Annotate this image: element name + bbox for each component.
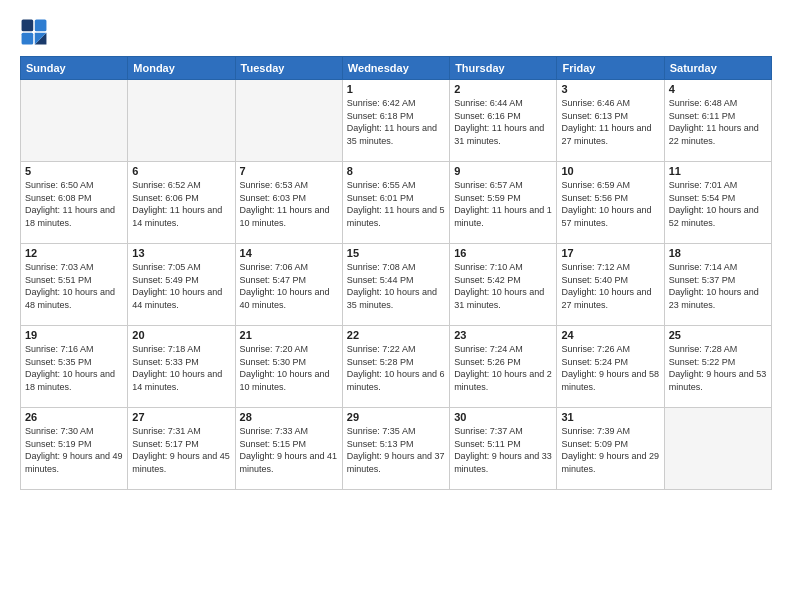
day-info: Sunrise: 6:52 AM Sunset: 6:06 PM Dayligh… [132, 179, 230, 229]
day-number: 27 [132, 411, 230, 423]
calendar-header-wednesday: Wednesday [342, 57, 449, 80]
day-info: Sunrise: 7:31 AM Sunset: 5:17 PM Dayligh… [132, 425, 230, 475]
day-number: 13 [132, 247, 230, 259]
calendar: SundayMondayTuesdayWednesdayThursdayFrid… [20, 56, 772, 490]
day-info: Sunrise: 7:01 AM Sunset: 5:54 PM Dayligh… [669, 179, 767, 229]
calendar-cell [21, 80, 128, 162]
day-number: 6 [132, 165, 230, 177]
day-number: 4 [669, 83, 767, 95]
day-number: 5 [25, 165, 123, 177]
day-info: Sunrise: 6:46 AM Sunset: 6:13 PM Dayligh… [561, 97, 659, 147]
calendar-cell: 18Sunrise: 7:14 AM Sunset: 5:37 PM Dayli… [664, 244, 771, 326]
day-number: 23 [454, 329, 552, 341]
day-number: 15 [347, 247, 445, 259]
day-info: Sunrise: 7:12 AM Sunset: 5:40 PM Dayligh… [561, 261, 659, 311]
calendar-header-tuesday: Tuesday [235, 57, 342, 80]
day-info: Sunrise: 7:28 AM Sunset: 5:22 PM Dayligh… [669, 343, 767, 393]
calendar-cell: 9Sunrise: 6:57 AM Sunset: 5:59 PM Daylig… [450, 162, 557, 244]
day-info: Sunrise: 7:18 AM Sunset: 5:33 PM Dayligh… [132, 343, 230, 393]
calendar-header-friday: Friday [557, 57, 664, 80]
calendar-cell [128, 80, 235, 162]
calendar-cell: 24Sunrise: 7:26 AM Sunset: 5:24 PM Dayli… [557, 326, 664, 408]
calendar-cell: 3Sunrise: 6:46 AM Sunset: 6:13 PM Daylig… [557, 80, 664, 162]
calendar-cell: 10Sunrise: 6:59 AM Sunset: 5:56 PM Dayli… [557, 162, 664, 244]
calendar-cell: 15Sunrise: 7:08 AM Sunset: 5:44 PM Dayli… [342, 244, 449, 326]
calendar-cell [664, 408, 771, 490]
day-number: 31 [561, 411, 659, 423]
day-info: Sunrise: 7:22 AM Sunset: 5:28 PM Dayligh… [347, 343, 445, 393]
calendar-header-saturday: Saturday [664, 57, 771, 80]
calendar-cell: 2Sunrise: 6:44 AM Sunset: 6:16 PM Daylig… [450, 80, 557, 162]
calendar-cell: 22Sunrise: 7:22 AM Sunset: 5:28 PM Dayli… [342, 326, 449, 408]
day-info: Sunrise: 7:37 AM Sunset: 5:11 PM Dayligh… [454, 425, 552, 475]
calendar-header-row: SundayMondayTuesdayWednesdayThursdayFrid… [21, 57, 772, 80]
svg-rect-0 [22, 20, 34, 32]
day-number: 24 [561, 329, 659, 341]
day-number: 9 [454, 165, 552, 177]
calendar-week-row: 1Sunrise: 6:42 AM Sunset: 6:18 PM Daylig… [21, 80, 772, 162]
calendar-cell: 17Sunrise: 7:12 AM Sunset: 5:40 PM Dayli… [557, 244, 664, 326]
day-info: Sunrise: 6:57 AM Sunset: 5:59 PM Dayligh… [454, 179, 552, 229]
day-info: Sunrise: 6:44 AM Sunset: 6:16 PM Dayligh… [454, 97, 552, 147]
day-number: 22 [347, 329, 445, 341]
day-info: Sunrise: 7:20 AM Sunset: 5:30 PM Dayligh… [240, 343, 338, 393]
calendar-cell: 27Sunrise: 7:31 AM Sunset: 5:17 PM Dayli… [128, 408, 235, 490]
day-info: Sunrise: 7:08 AM Sunset: 5:44 PM Dayligh… [347, 261, 445, 311]
day-number: 25 [669, 329, 767, 341]
calendar-cell: 7Sunrise: 6:53 AM Sunset: 6:03 PM Daylig… [235, 162, 342, 244]
day-number: 14 [240, 247, 338, 259]
day-number: 16 [454, 247, 552, 259]
calendar-cell [235, 80, 342, 162]
day-number: 20 [132, 329, 230, 341]
calendar-cell: 13Sunrise: 7:05 AM Sunset: 5:49 PM Dayli… [128, 244, 235, 326]
calendar-week-row: 12Sunrise: 7:03 AM Sunset: 5:51 PM Dayli… [21, 244, 772, 326]
day-info: Sunrise: 7:10 AM Sunset: 5:42 PM Dayligh… [454, 261, 552, 311]
day-info: Sunrise: 6:59 AM Sunset: 5:56 PM Dayligh… [561, 179, 659, 229]
calendar-header-sunday: Sunday [21, 57, 128, 80]
logo-icon [20, 18, 48, 46]
svg-rect-2 [22, 33, 34, 45]
calendar-week-row: 19Sunrise: 7:16 AM Sunset: 5:35 PM Dayli… [21, 326, 772, 408]
calendar-week-row: 26Sunrise: 7:30 AM Sunset: 5:19 PM Dayli… [21, 408, 772, 490]
calendar-cell: 4Sunrise: 6:48 AM Sunset: 6:11 PM Daylig… [664, 80, 771, 162]
day-number: 18 [669, 247, 767, 259]
logo [20, 18, 52, 46]
calendar-cell: 1Sunrise: 6:42 AM Sunset: 6:18 PM Daylig… [342, 80, 449, 162]
calendar-cell: 28Sunrise: 7:33 AM Sunset: 5:15 PM Dayli… [235, 408, 342, 490]
calendar-header-monday: Monday [128, 57, 235, 80]
day-info: Sunrise: 7:14 AM Sunset: 5:37 PM Dayligh… [669, 261, 767, 311]
day-number: 1 [347, 83, 445, 95]
calendar-cell: 21Sunrise: 7:20 AM Sunset: 5:30 PM Dayli… [235, 326, 342, 408]
day-number: 8 [347, 165, 445, 177]
day-number: 29 [347, 411, 445, 423]
day-number: 7 [240, 165, 338, 177]
day-info: Sunrise: 7:39 AM Sunset: 5:09 PM Dayligh… [561, 425, 659, 475]
calendar-cell: 19Sunrise: 7:16 AM Sunset: 5:35 PM Dayli… [21, 326, 128, 408]
calendar-cell: 23Sunrise: 7:24 AM Sunset: 5:26 PM Dayli… [450, 326, 557, 408]
day-info: Sunrise: 7:05 AM Sunset: 5:49 PM Dayligh… [132, 261, 230, 311]
day-info: Sunrise: 7:24 AM Sunset: 5:26 PM Dayligh… [454, 343, 552, 393]
day-info: Sunrise: 6:55 AM Sunset: 6:01 PM Dayligh… [347, 179, 445, 229]
calendar-cell: 26Sunrise: 7:30 AM Sunset: 5:19 PM Dayli… [21, 408, 128, 490]
day-info: Sunrise: 6:48 AM Sunset: 6:11 PM Dayligh… [669, 97, 767, 147]
day-info: Sunrise: 7:35 AM Sunset: 5:13 PM Dayligh… [347, 425, 445, 475]
calendar-cell: 25Sunrise: 7:28 AM Sunset: 5:22 PM Dayli… [664, 326, 771, 408]
calendar-cell: 5Sunrise: 6:50 AM Sunset: 6:08 PM Daylig… [21, 162, 128, 244]
calendar-cell: 16Sunrise: 7:10 AM Sunset: 5:42 PM Dayli… [450, 244, 557, 326]
calendar-week-row: 5Sunrise: 6:50 AM Sunset: 6:08 PM Daylig… [21, 162, 772, 244]
day-number: 2 [454, 83, 552, 95]
calendar-cell: 29Sunrise: 7:35 AM Sunset: 5:13 PM Dayli… [342, 408, 449, 490]
calendar-cell: 31Sunrise: 7:39 AM Sunset: 5:09 PM Dayli… [557, 408, 664, 490]
day-info: Sunrise: 7:33 AM Sunset: 5:15 PM Dayligh… [240, 425, 338, 475]
calendar-cell: 20Sunrise: 7:18 AM Sunset: 5:33 PM Dayli… [128, 326, 235, 408]
day-number: 12 [25, 247, 123, 259]
day-info: Sunrise: 6:50 AM Sunset: 6:08 PM Dayligh… [25, 179, 123, 229]
calendar-cell: 6Sunrise: 6:52 AM Sunset: 6:06 PM Daylig… [128, 162, 235, 244]
day-info: Sunrise: 7:26 AM Sunset: 5:24 PM Dayligh… [561, 343, 659, 393]
day-info: Sunrise: 6:53 AM Sunset: 6:03 PM Dayligh… [240, 179, 338, 229]
day-number: 26 [25, 411, 123, 423]
day-number: 30 [454, 411, 552, 423]
header [20, 18, 772, 46]
page: SundayMondayTuesdayWednesdayThursdayFrid… [0, 0, 792, 612]
calendar-cell: 12Sunrise: 7:03 AM Sunset: 5:51 PM Dayli… [21, 244, 128, 326]
